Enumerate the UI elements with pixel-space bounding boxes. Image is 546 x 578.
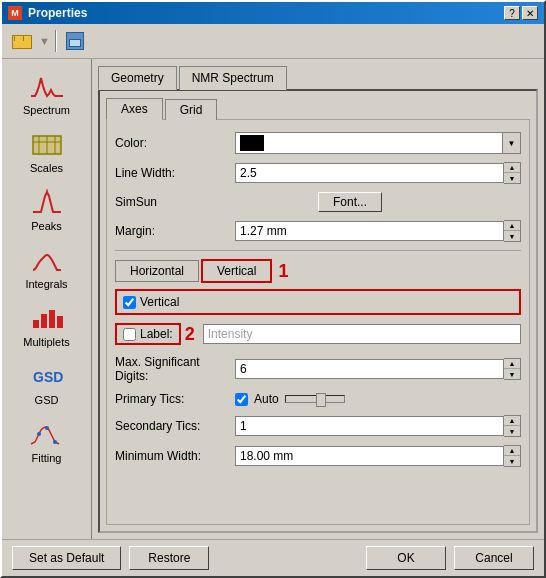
max-sig-up[interactable]: ▲ (504, 359, 520, 369)
close-button[interactable]: ✕ (522, 6, 538, 20)
peaks-icon (29, 186, 65, 218)
annotation-1: 1 (278, 261, 288, 282)
scales-icon (29, 128, 65, 160)
sidebar-label-multiplets: Multiplets (23, 336, 69, 348)
toolbar: ▼ (2, 24, 544, 59)
dropdown-arrow-toolbar[interactable]: ▼ (39, 35, 50, 47)
sidebar-item-fitting[interactable]: Fitting (8, 415, 86, 467)
sidebar-label-peaks: Peaks (31, 220, 62, 232)
min-width-row: Minimum Width: ▲ ▼ (115, 441, 521, 471)
secondary-tics-up[interactable]: ▲ (504, 416, 520, 426)
secondary-tics-down[interactable]: ▼ (504, 426, 520, 436)
sidebar-item-scales[interactable]: Scales (8, 125, 86, 177)
sidebar: Spectrum Scales (2, 59, 92, 539)
primary-tics-control: Auto (235, 392, 521, 406)
title-controls: ? ✕ (504, 6, 538, 20)
gsd-svg: GSD (29, 362, 65, 390)
secondary-tics-input[interactable] (235, 416, 504, 436)
font-button[interactable]: Font... (318, 192, 382, 212)
font-control: Font... (318, 192, 521, 212)
inner-tab-grid[interactable]: Grid (165, 99, 218, 120)
auto-checkbox-label: Auto (254, 392, 279, 406)
section-divider (115, 250, 521, 251)
slider-track (285, 395, 345, 403)
max-sig-row: Max. Significant Digits: ▲ ▼ (115, 351, 521, 387)
min-width-control: ▲ ▼ (235, 445, 521, 467)
linewidth-input[interactable] (235, 163, 504, 183)
cancel-button[interactable]: Cancel (454, 546, 534, 570)
max-sig-down[interactable]: ▼ (504, 369, 520, 379)
scales-svg (29, 130, 65, 158)
properties-window: M Properties ? ✕ ▼ (0, 0, 546, 578)
sidebar-label-fitting: Fitting (32, 452, 62, 464)
max-sig-input[interactable] (235, 359, 504, 379)
secondary-tics-label: Secondary Tics: (115, 419, 235, 433)
label-2-box: Label: (115, 323, 181, 345)
save-button[interactable] (61, 28, 89, 54)
svg-rect-6 (33, 320, 39, 328)
subtab-area: Horizontal Vertical 1 (115, 259, 521, 283)
multiplets-svg (29, 304, 65, 332)
min-width-up[interactable]: ▲ (504, 446, 520, 456)
label-checkbox[interactable] (123, 328, 136, 341)
tab-nmr-spectrum[interactable]: NMR Spectrum (179, 66, 287, 90)
set-default-button[interactable]: Set as Default (12, 546, 121, 570)
ok-button[interactable]: OK (366, 546, 446, 570)
window-title: Properties (28, 6, 87, 20)
spectrum-icon (29, 70, 65, 102)
main-content-area: Spectrum Scales (2, 59, 544, 539)
tab-geometry[interactable]: Geometry (98, 66, 177, 90)
min-width-input[interactable] (235, 446, 504, 466)
integrals-svg (29, 246, 65, 274)
color-dropdown-arrow[interactable]: ▼ (502, 133, 520, 153)
label-row: Label: 2 (115, 321, 521, 347)
linewidth-down[interactable]: ▼ (504, 173, 520, 183)
sidebar-item-peaks[interactable]: Peaks (8, 183, 86, 235)
sidebar-label-spectrum: Spectrum (23, 104, 70, 116)
vertical-checkbox[interactable] (123, 296, 136, 309)
sidebar-item-gsd[interactable]: GSD GSD (8, 357, 86, 409)
color-control: ▼ (235, 132, 521, 154)
linewidth-row: Line Width: ▲ ▼ (115, 158, 521, 188)
restore-button[interactable]: Restore (129, 546, 209, 570)
fitting-svg (29, 420, 65, 448)
sidebar-label-integrals: Integrals (25, 278, 67, 290)
sidebar-item-integrals[interactable]: Integrals (8, 241, 86, 293)
primary-tics-inner: Auto (235, 392, 345, 406)
open-button[interactable] (8, 28, 36, 54)
svg-rect-8 (49, 310, 55, 328)
auto-checkbox[interactable] (235, 393, 248, 406)
secondary-tics-btns: ▲ ▼ (504, 415, 521, 437)
margin-up[interactable]: ▲ (504, 221, 520, 231)
subtab-horizontal[interactable]: Horizontal (115, 260, 199, 282)
secondary-tics-spinner: ▲ ▼ (235, 415, 521, 437)
margin-down[interactable]: ▼ (504, 231, 520, 241)
label-checkbox-label: Label: (140, 327, 173, 341)
app-icon: M (8, 6, 22, 20)
fitting-icon (29, 418, 65, 450)
font-row: SimSun Font... (115, 188, 521, 216)
linewidth-up[interactable]: ▲ (504, 163, 520, 173)
font-name: SimSun (115, 195, 318, 209)
right-panel: Geometry NMR Spectrum Axes Grid Color: (92, 59, 544, 539)
slider-thumb[interactable] (316, 393, 326, 407)
secondary-tics-control: ▲ ▼ (235, 415, 521, 437)
sidebar-item-spectrum[interactable]: Spectrum (8, 67, 86, 119)
linewidth-label: Line Width: (115, 166, 235, 180)
color-dropdown[interactable]: ▼ (235, 132, 521, 154)
color-label: Color: (115, 136, 235, 150)
color-swatch (240, 135, 264, 151)
toolbar-separator (55, 30, 57, 52)
peaks-svg (29, 188, 65, 216)
secondary-tics-row: Secondary Tics: ▲ ▼ (115, 411, 521, 441)
inner-tab-axes[interactable]: Axes (106, 98, 163, 120)
max-sig-control: ▲ ▼ (235, 358, 521, 380)
subtab-vertical[interactable]: Vertical (201, 259, 272, 283)
min-width-down[interactable]: ▼ (504, 456, 520, 466)
sidebar-item-multiplets[interactable]: Multiplets (8, 299, 86, 351)
folder-icon (12, 33, 32, 49)
margin-input[interactable] (235, 221, 504, 241)
help-button[interactable]: ? (504, 6, 520, 20)
label-input[interactable] (203, 324, 521, 344)
sidebar-label-scales: Scales (30, 162, 63, 174)
